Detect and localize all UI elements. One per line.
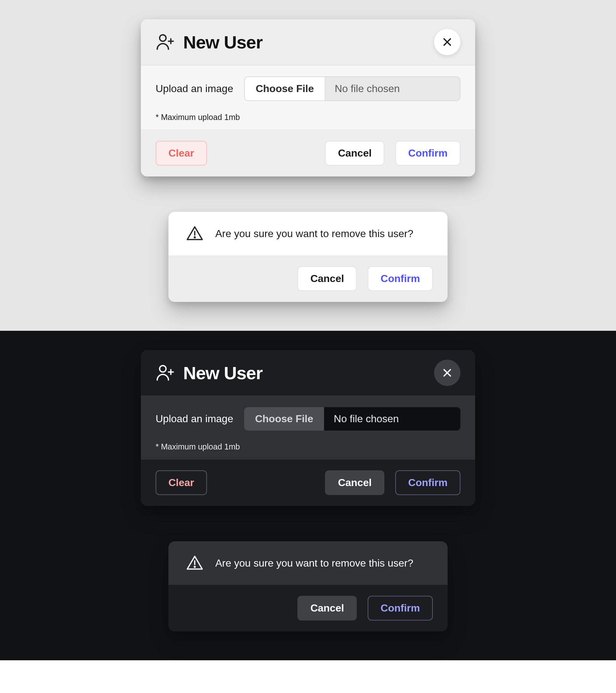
modal-header: New User	[141, 350, 475, 396]
upload-label: Upload an image	[156, 83, 233, 95]
remove-user-modal: Are you sure you want to remove this use…	[168, 541, 448, 631]
close-icon	[442, 37, 453, 47]
svg-point-7	[160, 366, 166, 372]
title-group: New User	[156, 32, 262, 53]
new-user-modal: New User Upload an image Choose File	[141, 350, 475, 506]
warning-icon	[186, 224, 204, 242]
modal-header: New User	[141, 19, 475, 65]
upload-row: Upload an image Choose File No file chos…	[156, 76, 460, 101]
upload-hint: * Maximum upload 1mb	[156, 113, 460, 122]
confirm-message: Are you sure you want to remove this use…	[215, 557, 413, 569]
upload-hint: * Maximum upload 1mb	[156, 442, 460, 451]
file-status: No file chosen	[324, 407, 460, 431]
remove-user-modal: Are you sure you want to remove this use…	[168, 212, 448, 302]
file-input: Choose File No file chosen	[244, 76, 460, 101]
cancel-button[interactable]: Cancel	[297, 596, 357, 620]
confirm-message: Are you sure you want to remove this use…	[215, 228, 413, 240]
file-status: No file chosen	[325, 77, 460, 100]
cancel-button[interactable]: Cancel	[325, 141, 384, 165]
modal-footer: Clear Cancel Confirm	[141, 459, 475, 506]
light-theme-panel: New User Upload an image Choose File	[0, 0, 616, 331]
svg-point-6	[194, 237, 195, 238]
close-icon	[442, 368, 453, 378]
file-input: Choose File No file chosen	[244, 407, 460, 431]
close-button[interactable]	[434, 29, 460, 55]
clear-button[interactable]: Clear	[156, 141, 207, 165]
modal-footer: Clear Cancel Confirm	[141, 130, 475, 176]
confirm-body: Are you sure you want to remove this use…	[168, 541, 448, 585]
upload-label: Upload an image	[156, 413, 233, 425]
warning-icon	[186, 554, 204, 572]
modal-title: New User	[183, 362, 262, 383]
confirm-footer: Cancel Confirm	[168, 255, 448, 302]
svg-point-0	[160, 35, 166, 41]
choose-file-button[interactable]: Choose File	[245, 77, 325, 100]
close-button[interactable]	[434, 360, 460, 386]
upload-row: Upload an image Choose File No file chos…	[156, 407, 460, 431]
confirm-button[interactable]: Confirm	[368, 266, 433, 291]
confirm-button[interactable]: Confirm	[368, 596, 433, 620]
modal-body: Upload an image Choose File No file chos…	[141, 65, 475, 130]
dark-theme-panel: New User Upload an image Choose File	[0, 331, 616, 660]
confirm-button[interactable]: Confirm	[395, 470, 460, 495]
user-plus-icon	[156, 33, 175, 52]
cancel-button[interactable]: Cancel	[297, 266, 357, 291]
modal-title: New User	[183, 32, 262, 53]
user-plus-icon	[156, 363, 175, 382]
confirm-body: Are you sure you want to remove this use…	[168, 212, 448, 255]
modal-body: Upload an image Choose File No file chos…	[141, 396, 475, 459]
new-user-modal: New User Upload an image Choose File	[141, 19, 475, 176]
confirm-footer: Cancel Confirm	[168, 585, 448, 631]
confirm-button[interactable]: Confirm	[395, 141, 460, 165]
clear-button[interactable]: Clear	[156, 470, 207, 495]
title-group: New User	[156, 362, 262, 383]
choose-file-button[interactable]: Choose File	[244, 407, 324, 431]
cancel-button[interactable]: Cancel	[325, 470, 384, 495]
svg-point-13	[194, 566, 195, 567]
